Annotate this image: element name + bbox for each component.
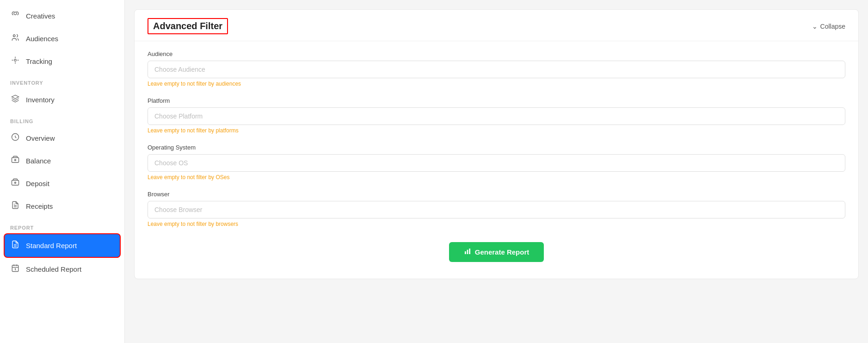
tracking-icon bbox=[10, 56, 20, 67]
advanced-filter-card: Advanced Filter ⌄ Collapse Audience Choo… bbox=[134, 9, 859, 279]
svg-rect-22 bbox=[465, 251, 466, 254]
svg-point-1 bbox=[13, 35, 16, 37]
sidebar-item-deposit[interactable]: Deposit bbox=[0, 172, 124, 195]
section-label-report: REPORT bbox=[0, 218, 124, 233]
audiences-icon bbox=[10, 33, 20, 44]
sidebar-label-receipts: Receipts bbox=[26, 202, 53, 210]
sidebar-item-inventory[interactable]: Inventory bbox=[0, 88, 124, 111]
svg-rect-24 bbox=[469, 249, 470, 254]
audience-field: Audience Choose Audience Leave empty to … bbox=[148, 50, 845, 87]
sidebar-item-audiences[interactable]: Audiences bbox=[0, 27, 124, 50]
browser-label: Browser bbox=[148, 191, 845, 198]
audience-select[interactable]: Choose Audience bbox=[148, 61, 845, 78]
browser-select[interactable]: Choose Browser bbox=[148, 201, 845, 218]
scheduled-report-icon bbox=[10, 264, 20, 274]
sidebar-item-creatives[interactable]: Creatives bbox=[0, 5, 124, 27]
sidebar-label-creatives: Creatives bbox=[26, 12, 55, 20]
receipts-icon bbox=[10, 201, 20, 212]
os-hint: Leave empty to not filter by OSes bbox=[148, 174, 845, 181]
sidebar-label-overview: Overview bbox=[26, 134, 55, 142]
platform-label: Platform bbox=[148, 97, 845, 104]
sidebar-label-balance: Balance bbox=[26, 157, 51, 165]
svg-point-9 bbox=[15, 159, 16, 161]
section-label-billing: BILLING bbox=[0, 111, 124, 127]
sidebar-label-deposit: Deposit bbox=[26, 180, 49, 187]
generate-report-button[interactable]: Generate Report bbox=[449, 242, 544, 262]
overview-icon bbox=[10, 133, 20, 143]
svg-rect-8 bbox=[12, 158, 19, 163]
platform-select[interactable]: Choose Platform bbox=[148, 107, 845, 125]
svg-rect-23 bbox=[467, 250, 468, 254]
filter-body: Audience Choose Audience Leave empty to … bbox=[135, 41, 858, 279]
sidebar-item-scheduled-report[interactable]: Scheduled Report bbox=[0, 258, 124, 281]
sidebar-item-standard-report[interactable]: Standard Report bbox=[5, 234, 120, 257]
main-content: Advanced Filter ⌄ Collapse Audience Choo… bbox=[125, 0, 868, 343]
chart-icon bbox=[464, 248, 471, 256]
os-field: Operating System Choose OS Leave empty t… bbox=[148, 144, 845, 181]
sidebar-label-scheduled-report: Scheduled Report bbox=[26, 265, 81, 273]
sidebar-label-tracking: Tracking bbox=[26, 57, 52, 65]
generate-report-label: Generate Report bbox=[475, 248, 529, 256]
section-label-inventory: INVENTORY bbox=[0, 73, 124, 88]
inventory-icon bbox=[10, 94, 20, 105]
filter-header: Advanced Filter ⌄ Collapse bbox=[135, 10, 858, 41]
collapse-label: Collapse bbox=[820, 23, 845, 30]
standard-report-icon bbox=[10, 240, 20, 251]
sidebar-item-receipts[interactable]: Receipts bbox=[0, 195, 124, 218]
platform-field: Platform Choose Platform Leave empty to … bbox=[148, 97, 845, 134]
os-select[interactable]: Choose OS bbox=[148, 154, 845, 172]
audience-label: Audience bbox=[148, 50, 845, 57]
svg-rect-10 bbox=[12, 181, 19, 186]
sidebar-label-inventory: Inventory bbox=[26, 96, 55, 104]
audience-hint: Leave empty to not filter by audiences bbox=[148, 81, 845, 87]
svg-point-0 bbox=[14, 12, 17, 15]
platform-hint: Leave empty to not filter by platforms bbox=[148, 127, 845, 134]
svg-point-2 bbox=[14, 59, 17, 62]
sidebar-label-audiences: Audiences bbox=[26, 35, 58, 43]
sidebar-label-standard-report: Standard Report bbox=[26, 242, 77, 249]
sidebar-item-balance[interactable]: Balance bbox=[0, 150, 124, 172]
svg-point-11 bbox=[15, 182, 16, 183]
sidebar: Creatives Audiences Tracking INVENTORY I… bbox=[0, 0, 125, 343]
browser-hint: Leave empty to not filter by browsers bbox=[148, 221, 845, 227]
generate-btn-row: Generate Report bbox=[148, 237, 845, 266]
creatives-icon bbox=[10, 11, 20, 21]
deposit-icon bbox=[10, 178, 20, 189]
browser-field: Browser Choose Browser Leave empty to no… bbox=[148, 191, 845, 227]
filter-title: Advanced Filter bbox=[148, 18, 228, 34]
balance-icon bbox=[10, 156, 20, 166]
os-label: Operating System bbox=[148, 144, 845, 151]
collapse-button[interactable]: ⌄ Collapse bbox=[812, 23, 845, 30]
chevron-down-icon: ⌄ bbox=[812, 23, 818, 30]
sidebar-item-tracking[interactable]: Tracking bbox=[0, 50, 124, 73]
sidebar-item-overview[interactable]: Overview bbox=[0, 127, 124, 150]
